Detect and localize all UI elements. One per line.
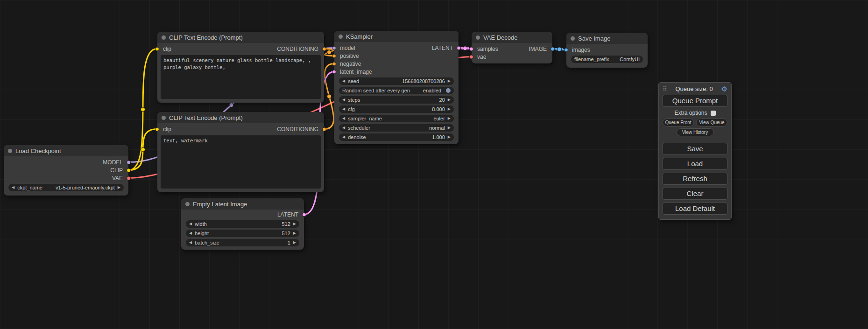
node-clip-text-encode-positive[interactable]: CLIP Text Encode (Prompt) clip CONDITION…: [157, 32, 324, 103]
extra-options-checkbox[interactable]: [711, 111, 716, 116]
batch-size-widget[interactable]: ◀ batch_size 1 ▶: [186, 239, 299, 246]
positive-input-port[interactable]: [332, 54, 336, 58]
node-ksampler[interactable]: KSampler model LATENT positive negative …: [334, 31, 459, 144]
slot-label: CONDITIONING: [277, 46, 318, 52]
load-default-button[interactable]: Load Default: [663, 203, 727, 215]
node-title-bar[interactable]: Empty Latent Image: [181, 198, 304, 210]
clip-input-port[interactable]: [155, 127, 159, 131]
collapse-dot-icon[interactable]: [476, 35, 480, 40]
node-title: KSampler: [346, 33, 373, 40]
collapse-dot-icon[interactable]: [339, 35, 343, 39]
collapse-dot-icon[interactable]: [162, 35, 166, 40]
increment-arrow-icon[interactable]: ▶: [293, 231, 296, 235]
decrement-arrow-icon[interactable]: ◀: [189, 241, 192, 245]
clip-output-port[interactable]: [127, 168, 131, 172]
filename-prefix-widget[interactable]: filename_prefix ComfyUI: [571, 56, 643, 63]
queue-front-button[interactable]: Queue Front: [663, 119, 694, 126]
increment-arrow-icon[interactable]: ▶: [448, 135, 451, 139]
increment-arrow-icon[interactable]: ▶: [448, 117, 451, 120]
latent-output-port[interactable]: [302, 212, 306, 217]
seed-widget[interactable]: ◀ seed 156680208700286 ▶: [339, 77, 454, 85]
samples-input-port[interactable]: [469, 47, 473, 51]
collapse-dot-icon[interactable]: [162, 116, 166, 120]
denoise-widget[interactable]: ◀ denoise 1.000 ▶: [339, 133, 454, 141]
decrement-arrow-icon[interactable]: ◀: [342, 98, 345, 102]
decrement-arrow-icon[interactable]: ◀: [342, 79, 345, 83]
toggle-dot-icon[interactable]: [446, 88, 451, 93]
slot-label: samples: [477, 46, 498, 52]
node-save-image[interactable]: Save Image images filename_prefix ComfyU…: [566, 33, 648, 68]
decrement-arrow-icon[interactable]: ◀: [189, 231, 192, 235]
refresh-button[interactable]: Refresh: [663, 173, 727, 185]
collapse-dot-icon[interactable]: [8, 149, 12, 153]
node-graph-canvas[interactable]: Load Checkpoint MODEL CLIP VAE ◀ ckpt_na…: [0, 0, 868, 329]
node-title-bar[interactable]: CLIP Text Encode (Prompt): [157, 112, 324, 123]
widget-label: batch_size: [195, 240, 219, 245]
scheduler-widget[interactable]: ◀ scheduler normal ▶: [339, 124, 454, 132]
node-empty-latent-image[interactable]: Empty Latent Image LATENT ◀ width 512 ▶ …: [181, 198, 304, 250]
conditioning-output-port[interactable]: [322, 127, 326, 131]
steps-widget[interactable]: ◀ steps 20 ▶: [339, 96, 454, 104]
queue-prompt-button[interactable]: Queue Prompt: [663, 95, 727, 107]
decrement-arrow-icon[interactable]: ◀: [12, 186, 14, 189]
model-output-port[interactable]: [127, 160, 131, 164]
decrement-arrow-icon[interactable]: ◀: [342, 117, 345, 120]
collapse-dot-icon[interactable]: [185, 202, 190, 206]
decrement-arrow-icon[interactable]: ◀: [342, 126, 345, 130]
view-history-button[interactable]: View History: [677, 128, 714, 136]
random-seed-toggle-widget[interactable]: Random seed after every gen enabled: [339, 87, 454, 94]
node-title: CLIP Text Encode (Prompt): [169, 34, 243, 41]
vae-input-port[interactable]: [469, 55, 473, 59]
increment-arrow-icon[interactable]: ▶: [448, 107, 451, 111]
node-title-bar[interactable]: CLIP Text Encode (Prompt): [157, 32, 324, 43]
positive-prompt-textarea[interactable]: beautiful scenery nature glass bottle la…: [161, 55, 321, 99]
node-title-bar[interactable]: Save Image: [566, 33, 648, 44]
increment-arrow-icon[interactable]: ▶: [448, 126, 451, 130]
ckpt-name-widget[interactable]: ◀ ckpt_name v1-5-pruned-emaonly.ckpt ▶: [8, 184, 124, 191]
slot-label: positive: [340, 53, 359, 59]
clip-input-port[interactable]: [155, 47, 159, 51]
images-input-port[interactable]: [564, 48, 568, 52]
latent-output-port[interactable]: [457, 46, 461, 50]
negative-prompt-textarea[interactable]: text, watermark: [161, 135, 321, 189]
increment-arrow-icon[interactable]: ▶: [293, 222, 296, 226]
negative-input-port[interactable]: [332, 62, 336, 66]
input-row-positive: positive: [334, 52, 459, 60]
widget-value: 20: [439, 97, 445, 103]
increment-arrow-icon[interactable]: ▶: [448, 98, 451, 102]
decrement-arrow-icon[interactable]: ◀: [189, 222, 192, 226]
slot-label: model: [340, 45, 355, 51]
node-load-checkpoint[interactable]: Load Checkpoint MODEL CLIP VAE ◀ ckpt_na…: [4, 145, 128, 196]
clear-button[interactable]: Clear: [663, 188, 727, 200]
widget-label: ckpt_name: [17, 185, 42, 190]
increment-arrow-icon[interactable]: ▶: [448, 79, 451, 83]
conditioning-output-port[interactable]: [322, 47, 326, 51]
collapse-dot-icon[interactable]: [571, 36, 575, 41]
node-title-bar[interactable]: KSampler: [334, 31, 459, 42]
width-widget[interactable]: ◀ width 512 ▶: [186, 220, 299, 228]
output-row-vae: VAE: [4, 174, 128, 182]
sampler-name-widget[interactable]: ◀ sampler_name euler ▶: [339, 115, 454, 122]
settings-gear-icon[interactable]: ⚙: [721, 85, 727, 92]
widget-value: v1-5-pruned-emaonly.ckpt: [56, 185, 115, 190]
node-title-bar[interactable]: VAE Decode: [472, 32, 552, 43]
save-button[interactable]: Save: [663, 143, 727, 155]
view-queue-button[interactable]: View Queue: [696, 119, 727, 126]
node-clip-text-encode-negative[interactable]: CLIP Text Encode (Prompt) clip CONDITION…: [157, 112, 324, 192]
drag-handle-icon[interactable]: ⠿: [663, 85, 667, 92]
decrement-arrow-icon[interactable]: ◀: [342, 135, 345, 139]
latent-image-input-port[interactable]: [332, 70, 336, 74]
node-vae-decode[interactable]: VAE Decode samples IMAGE vae: [472, 32, 552, 63]
cfg-widget[interactable]: ◀ cfg 8.000 ▶: [339, 105, 454, 113]
widget-value: 8.000: [432, 106, 445, 112]
extra-options-label: Extra options: [674, 110, 707, 116]
decrement-arrow-icon[interactable]: ◀: [342, 107, 345, 111]
increment-arrow-icon[interactable]: ▶: [293, 241, 296, 245]
node-title-bar[interactable]: Load Checkpoint: [4, 145, 128, 156]
image-output-port[interactable]: [550, 47, 555, 51]
vae-output-port[interactable]: [127, 176, 131, 180]
load-button[interactable]: Load: [663, 158, 727, 170]
model-input-port[interactable]: [332, 46, 336, 50]
height-widget[interactable]: ◀ height 512 ▶: [186, 230, 299, 237]
increment-arrow-icon[interactable]: ▶: [118, 186, 120, 189]
